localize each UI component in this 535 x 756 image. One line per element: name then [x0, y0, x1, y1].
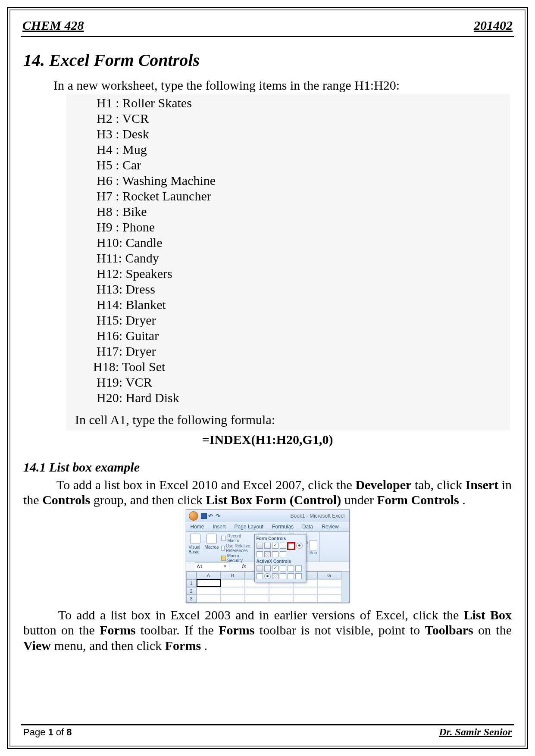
- cell[interactable]: [221, 579, 245, 587]
- formula-text: =INDEX(H1:H20,G1,0): [23, 432, 512, 447]
- tab-page-layout[interactable]: Page Layout: [230, 522, 268, 531]
- list-item: H4 : Mug: [97, 142, 510, 157]
- cell[interactable]: [317, 595, 341, 603]
- chevron-down-icon[interactable]: ▼: [223, 564, 227, 569]
- list-item: H11: Candy: [97, 250, 510, 266]
- paragraph-listbox-2010: To add a list box in Excel 2010 and Exce…: [23, 477, 512, 508]
- ax-listbox-icon[interactable]: [280, 565, 286, 572]
- form-label-icon[interactable]: [264, 551, 271, 557]
- redo-icon[interactable]: ↷: [216, 513, 222, 519]
- xml-label: Sou: [310, 550, 317, 555]
- row-header[interactable]: 1: [186, 579, 197, 587]
- window-title: Book1 - Microsoft Excel: [290, 513, 346, 519]
- row-header[interactable]: 2: [186, 587, 197, 595]
- record-macro-button[interactable]: Record Macro: [221, 534, 252, 543]
- intro-line: In a new worksheet, type the following i…: [53, 78, 512, 93]
- record-macro-icon: [221, 536, 226, 541]
- list-item: H19: VCR: [97, 375, 510, 390]
- form-spinner-icon[interactable]: [280, 543, 286, 549]
- form-controls-label: Form Controls: [257, 535, 304, 542]
- save-icon[interactable]: [201, 513, 207, 519]
- tab-formulas[interactable]: Formulas: [268, 522, 298, 531]
- list-item: H6 : Washing Machine: [97, 173, 510, 188]
- list-item: H13: Dress: [97, 281, 510, 297]
- cell-a1[interactable]: [197, 579, 221, 587]
- list-item: H12: Speakers: [97, 266, 510, 281]
- ax-spin-icon[interactable]: [257, 573, 263, 579]
- list-item: H14: Blanket: [97, 297, 510, 312]
- form-option-icon[interactable]: [296, 543, 303, 549]
- col-header[interactable]: B: [221, 572, 245, 579]
- col-header[interactable]: G: [317, 572, 341, 579]
- list-item: H8 : Bike: [97, 204, 510, 219]
- author-name: Dr. Samir Senior: [439, 726, 512, 738]
- corner-select-all[interactable]: [186, 572, 197, 579]
- form-listbox-icon[interactable]: [288, 543, 295, 550]
- cell[interactable]: [293, 595, 317, 603]
- form-scrollbar-icon[interactable]: [272, 551, 278, 557]
- list-item: H18: Tool Set: [93, 359, 510, 375]
- tab-data[interactable]: Data: [298, 522, 317, 531]
- header-course: CHEM 428: [22, 18, 84, 33]
- paragraph-listbox-2003: To add a list box in Excel 2003 and in e…: [23, 607, 512, 653]
- ax-checkbox-icon[interactable]: [272, 565, 278, 572]
- undo-icon[interactable]: ↶: [208, 513, 214, 519]
- cell[interactable]: [269, 587, 293, 595]
- xml-source-icon[interactable]: [310, 540, 317, 550]
- macros-button[interactable]: Macros: [204, 534, 219, 563]
- ax-option-icon[interactable]: [264, 573, 271, 579]
- office-button-icon[interactable]: [189, 511, 198, 521]
- cell[interactable]: [221, 595, 245, 603]
- list-item: H2 : VCR: [97, 111, 510, 126]
- macros-icon: [206, 534, 217, 544]
- visual-basic-icon: [190, 534, 200, 544]
- form-misc-icon[interactable]: [280, 551, 286, 557]
- list-item: H16: Guitar: [97, 328, 510, 344]
- list-item: H10: Candle: [97, 235, 510, 250]
- ax-toggle-icon[interactable]: [288, 573, 294, 579]
- ax-button-icon[interactable]: [257, 565, 263, 572]
- section-title: 14. Excel Form Controls: [23, 50, 512, 70]
- relative-refs-icon: [221, 546, 225, 551]
- cell[interactable]: [245, 595, 269, 603]
- ax-combo-icon[interactable]: [264, 565, 271, 572]
- cell[interactable]: [317, 579, 341, 587]
- followup-line: In cell A1, type the following formula:: [66, 408, 510, 431]
- form-combo-icon[interactable]: [264, 543, 271, 549]
- cell[interactable]: [197, 595, 221, 603]
- fx-label[interactable]: fx: [242, 563, 246, 569]
- form-checkbox-icon[interactable]: [272, 543, 278, 549]
- tab-insert[interactable]: Insert: [209, 522, 230, 531]
- activex-controls-label: ActiveX Controls: [257, 558, 304, 565]
- ax-image-icon[interactable]: [280, 573, 286, 579]
- visual-basic-button[interactable]: Visual Basic: [189, 534, 202, 563]
- excel-screenshot: ↶ ↷ Book1 - Microsoft Excel Home Insert …: [186, 509, 350, 603]
- page-number: Page 1 of 8: [23, 726, 72, 738]
- cell[interactable]: [317, 587, 341, 595]
- ax-label-icon[interactable]: [272, 573, 278, 579]
- list-item: H1 : Roller Skates: [97, 95, 510, 111]
- col-header[interactable]: A: [197, 572, 221, 579]
- cell[interactable]: [269, 595, 293, 603]
- list-item: H17: Dryer: [97, 344, 510, 359]
- form-button-icon[interactable]: [257, 543, 263, 549]
- macro-security-button[interactable]: Macro Security: [221, 553, 252, 563]
- use-relative-refs-button[interactable]: Use Relative References: [221, 544, 252, 553]
- cell[interactable]: [245, 587, 269, 595]
- ax-textbox-icon[interactable]: [288, 565, 294, 572]
- list-item: H7 : Rocket Launcher: [97, 188, 510, 204]
- form-groupbox-icon[interactable]: [257, 551, 263, 557]
- ax-scrollbar-icon[interactable]: [295, 565, 302, 572]
- tab-review[interactable]: Review: [317, 522, 343, 531]
- macro-security-icon: [221, 556, 226, 561]
- cell[interactable]: [197, 587, 221, 595]
- list-item: H20: Hard Disk: [97, 390, 510, 406]
- tab-home[interactable]: Home: [186, 522, 209, 531]
- list-item: H3 : Desk: [97, 126, 510, 142]
- cell[interactable]: [293, 587, 317, 595]
- row-header[interactable]: 3: [186, 595, 197, 603]
- name-box[interactable]: A1 ▼: [195, 562, 229, 570]
- ax-more-icon[interactable]: [295, 573, 302, 579]
- cell[interactable]: [221, 587, 245, 595]
- list-item: H5 : Car: [97, 157, 510, 173]
